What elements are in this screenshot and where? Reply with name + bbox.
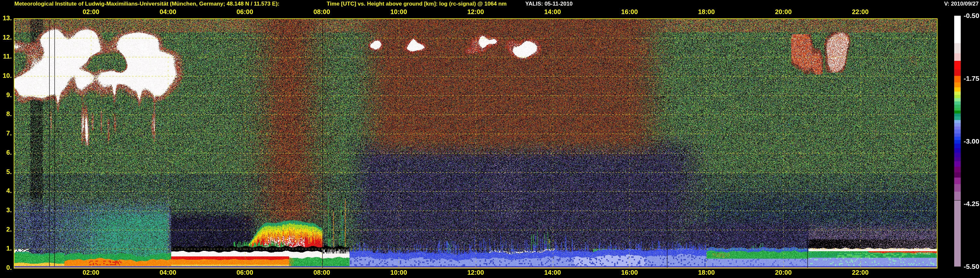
colorbar-tick-label: -5.50 xyxy=(964,263,979,270)
x-tick-label: 02:00 xyxy=(78,8,104,16)
colorbar-segment xyxy=(954,98,961,102)
x-tick-label: 14:00 xyxy=(540,269,566,276)
colorbar-segment xyxy=(954,137,961,140)
y-tick-label: 1. xyxy=(0,244,12,252)
x-tick-label: 20:00 xyxy=(770,8,796,16)
lidar-quicklook-canvas xyxy=(0,0,980,278)
y-tick-label: 5. xyxy=(0,168,12,176)
colorbar-segment xyxy=(954,69,961,76)
y-tick-label: 11. xyxy=(0,53,12,60)
x-tick-label: 20:00 xyxy=(770,269,796,276)
header-version-stamp: V: 2010/09/27 xyxy=(944,1,979,7)
colorbar-segment xyxy=(954,126,961,129)
colorbar-segment xyxy=(954,108,961,110)
colorbar-segment xyxy=(954,184,961,192)
x-tick-label: 04:00 xyxy=(155,8,181,16)
y-tick-label: 7. xyxy=(0,129,12,137)
colorbar-segment xyxy=(954,167,961,173)
colorbar-segment xyxy=(954,120,961,123)
y-tick-label: 3. xyxy=(0,206,12,214)
y-tick-label: 8. xyxy=(0,110,12,118)
y-tick-label: 13. xyxy=(0,14,12,22)
colorbar-segment xyxy=(954,144,961,148)
y-tick-label: 12. xyxy=(0,34,12,41)
x-tick-label: 06:00 xyxy=(232,8,258,16)
x-tick-label: 12:00 xyxy=(463,269,489,276)
colorbar-segment xyxy=(954,140,961,144)
colorbar xyxy=(954,16,961,267)
colorbar-segment xyxy=(954,129,961,133)
colorbar-tick-label: -0.50 xyxy=(964,12,979,20)
colorbar-tick-label: -3.00 xyxy=(964,137,979,145)
colorbar-segment xyxy=(954,157,961,161)
colorbar-tick-label: -4.25 xyxy=(964,200,979,208)
colorbar-segment xyxy=(954,95,961,98)
x-tick-label: 08:00 xyxy=(309,8,335,16)
x-tick-label: 08:00 xyxy=(309,269,335,276)
colorbar-segment xyxy=(954,53,961,61)
x-tick-label: 12:00 xyxy=(463,8,489,16)
colorbar-segment xyxy=(954,105,961,108)
y-tick-label: 10. xyxy=(0,72,12,80)
x-tick-label: 22:00 xyxy=(847,269,873,276)
colorbar-tick-label: -1.75 xyxy=(964,75,979,82)
x-tick-label: 18:00 xyxy=(694,269,720,276)
colorbar-segment xyxy=(954,101,961,104)
x-tick-label: 16:00 xyxy=(616,269,643,276)
colorbar-segment xyxy=(954,91,961,95)
lidar-quicklook-page: Meteorological Institute of Ludwig-Maxim… xyxy=(0,0,980,278)
colorbar-segment xyxy=(954,76,961,82)
x-tick-label: 02:00 xyxy=(78,269,104,276)
colorbar-segment xyxy=(954,192,961,200)
y-tick-label: 6. xyxy=(0,149,12,157)
colorbar-segment xyxy=(954,87,961,91)
x-tick-label: 10:00 xyxy=(386,8,412,16)
colorbar-segment xyxy=(954,161,961,167)
x-tick-label: 04:00 xyxy=(155,269,181,276)
header-plot-description: Time [UTC] vs. Height above ground [km]:… xyxy=(327,1,507,7)
x-tick-label: 16:00 xyxy=(616,8,643,16)
colorbar-segment xyxy=(954,173,961,178)
colorbar-segment xyxy=(954,82,961,87)
colorbar-segment xyxy=(954,123,961,126)
colorbar-segment xyxy=(954,153,961,157)
y-tick-label: 0. xyxy=(0,264,12,272)
colorbar-segment xyxy=(954,16,961,43)
colorbar-segment xyxy=(954,117,961,120)
y-tick-label: 9. xyxy=(0,91,12,99)
colorbar-segment xyxy=(954,177,961,184)
colorbar-segment xyxy=(954,133,961,136)
x-tick-label: 18:00 xyxy=(694,8,720,16)
header-instrument-date: YALIS: 05-11-2010 xyxy=(525,1,573,7)
y-tick-label: 2. xyxy=(0,226,12,233)
y-tick-label: 4. xyxy=(0,187,12,195)
colorbar-segment xyxy=(954,110,961,113)
colorbar-segment xyxy=(954,200,961,267)
colorbar-segment xyxy=(954,43,961,53)
x-tick-label: 10:00 xyxy=(386,269,412,276)
x-tick-label: 06:00 xyxy=(232,269,258,276)
colorbar-segment xyxy=(954,148,961,153)
x-tick-label: 22:00 xyxy=(847,8,873,16)
colorbar-segment xyxy=(954,61,961,69)
header-institute: Meteorological Institute of Ludwig-Maxim… xyxy=(14,1,279,7)
colorbar-segment xyxy=(954,113,961,117)
x-tick-label: 14:00 xyxy=(540,8,566,16)
